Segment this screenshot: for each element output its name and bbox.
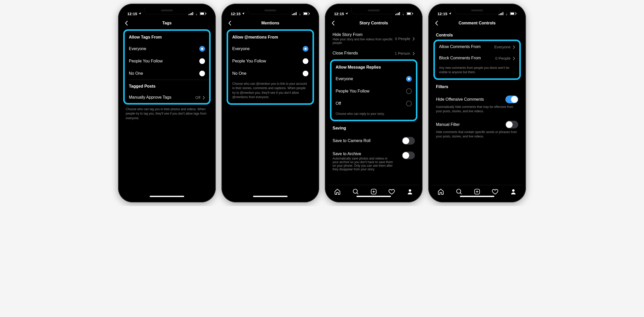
helper-text: Any new comments from people you block w… bbox=[435, 64, 519, 78]
tab-activity[interactable] bbox=[388, 188, 395, 196]
manually-approve-row[interactable]: Manually Approve Tags Off bbox=[125, 92, 209, 103]
location-icon bbox=[138, 12, 141, 16]
helper-text: Choose who can @mention you to link to y… bbox=[228, 80, 312, 103]
hide-story-row[interactable]: Hide Story From Hide your story and live… bbox=[328, 29, 419, 45]
status-right bbox=[499, 12, 517, 15]
phone-story-controls: 12:15 Story Controls Hide Story From Hid… bbox=[325, 4, 423, 202]
notch bbox=[351, 7, 396, 14]
radio-label: Everyone bbox=[232, 46, 250, 51]
radio-row-following[interactable]: People You Follow bbox=[228, 55, 312, 67]
chevron-right-icon bbox=[513, 45, 515, 49]
tab-activity[interactable] bbox=[492, 188, 498, 196]
svg-rect-24 bbox=[499, 14, 499, 15]
back-button[interactable] bbox=[332, 21, 335, 26]
status-time: 12:15 bbox=[231, 12, 240, 16]
radio-selected-icon bbox=[406, 76, 412, 82]
back-button[interactable] bbox=[435, 21, 438, 26]
nav-bar: Mentions bbox=[225, 17, 316, 29]
tab-search[interactable] bbox=[456, 188, 462, 196]
radio-row-everyone[interactable]: Everyone bbox=[332, 73, 416, 85]
row-label: Allow Comments From bbox=[439, 44, 481, 49]
row-sub: Hide your story and live videos from spe… bbox=[333, 38, 394, 45]
toggle-off-icon[interactable] bbox=[402, 152, 415, 159]
wifi-icon bbox=[505, 12, 509, 15]
radio-row-following[interactable]: People You Follow bbox=[332, 85, 416, 97]
svg-rect-25 bbox=[500, 13, 501, 15]
nav-bar: Tags bbox=[122, 17, 212, 29]
svg-rect-10 bbox=[296, 12, 297, 15]
toggle-on-icon[interactable] bbox=[505, 96, 518, 103]
svg-rect-9 bbox=[294, 13, 295, 15]
home-indicator[interactable] bbox=[253, 196, 288, 197]
tab-create[interactable] bbox=[474, 188, 480, 196]
nav-bar: Story Controls bbox=[328, 17, 419, 29]
allow-comments-row[interactable]: Allow Comments From Everyone bbox=[435, 41, 519, 52]
battery-icon bbox=[407, 12, 413, 15]
svg-rect-3 bbox=[192, 12, 193, 15]
svg-rect-26 bbox=[501, 13, 502, 15]
tab-profile[interactable] bbox=[407, 188, 413, 196]
home-indicator[interactable] bbox=[460, 196, 494, 197]
row-sub: Automatically save photos and videos in … bbox=[333, 157, 394, 171]
status-right bbox=[292, 12, 310, 15]
row-value: 0 People bbox=[395, 36, 410, 41]
radio-icon bbox=[199, 71, 205, 76]
svg-rect-8 bbox=[293, 13, 294, 15]
row-label: Close Friends bbox=[333, 51, 358, 55]
svg-point-23 bbox=[409, 189, 411, 192]
section-header: Controls bbox=[432, 29, 522, 41]
svg-rect-27 bbox=[503, 12, 503, 15]
svg-point-31 bbox=[457, 189, 461, 193]
save-archive-row[interactable]: Save to Archive Automatically save photo… bbox=[328, 148, 419, 172]
svg-rect-1 bbox=[190, 13, 191, 15]
page-title: Mentions bbox=[261, 21, 279, 25]
radio-icon bbox=[303, 71, 308, 76]
back-button[interactable] bbox=[125, 21, 128, 26]
battery-icon bbox=[303, 12, 310, 15]
toggle-off-icon[interactable] bbox=[402, 137, 415, 145]
radio-row-following[interactable]: People You Follow bbox=[125, 55, 209, 67]
cellular-icon bbox=[189, 12, 193, 15]
cellular-icon bbox=[395, 12, 400, 15]
chevron-right-icon bbox=[413, 52, 415, 55]
hide-offensive-row[interactable]: Hide Offensive Comments bbox=[432, 92, 522, 104]
row-label: Block Comments From bbox=[439, 56, 481, 60]
save-camera-roll-row[interactable]: Save to Camera Roll bbox=[328, 134, 419, 148]
radio-label: People You Follow bbox=[232, 59, 266, 63]
status-right bbox=[189, 12, 207, 15]
radio-label: No One bbox=[232, 71, 246, 76]
tab-home[interactable] bbox=[334, 188, 341, 196]
svg-rect-29 bbox=[511, 13, 514, 15]
notch bbox=[454, 7, 500, 14]
toggle-off-icon[interactable] bbox=[505, 121, 518, 128]
radio-row-everyone[interactable]: Everyone bbox=[228, 43, 312, 55]
cellular-icon bbox=[292, 12, 297, 15]
row-label: Manually Approve Tags bbox=[129, 95, 171, 100]
tab-profile[interactable] bbox=[510, 188, 517, 196]
location-icon bbox=[242, 12, 245, 16]
svg-rect-16 bbox=[398, 13, 399, 15]
svg-rect-2 bbox=[191, 13, 192, 15]
row-label: Save to Archive bbox=[333, 152, 361, 156]
svg-point-21 bbox=[353, 189, 357, 193]
row-value: 0 People bbox=[495, 56, 511, 60]
page-title: Story Controls bbox=[359, 21, 388, 25]
home-indicator[interactable] bbox=[150, 196, 184, 197]
status-time: 12:15 bbox=[334, 12, 344, 16]
manual-filter-row[interactable]: Manual Filter bbox=[432, 117, 522, 129]
radio-label: Everyone bbox=[336, 77, 353, 81]
radio-row-off[interactable]: Off bbox=[332, 97, 416, 110]
svg-rect-0 bbox=[189, 14, 189, 15]
block-comments-row[interactable]: Block Comments From 0 People bbox=[435, 52, 519, 64]
back-button[interactable] bbox=[228, 21, 231, 26]
tab-home[interactable] bbox=[437, 188, 444, 196]
radio-row-noone[interactable]: No One bbox=[125, 67, 209, 80]
tab-create[interactable] bbox=[370, 188, 377, 196]
section-header: Filters bbox=[432, 80, 522, 92]
radio-row-everyone[interactable]: Everyone bbox=[125, 43, 209, 55]
close-friends-row[interactable]: Close Friends 1 Person bbox=[328, 45, 419, 59]
home-indicator[interactable] bbox=[356, 196, 391, 197]
notch bbox=[144, 7, 190, 14]
radio-row-noone[interactable]: No One bbox=[228, 67, 312, 80]
tab-search[interactable] bbox=[352, 188, 359, 196]
